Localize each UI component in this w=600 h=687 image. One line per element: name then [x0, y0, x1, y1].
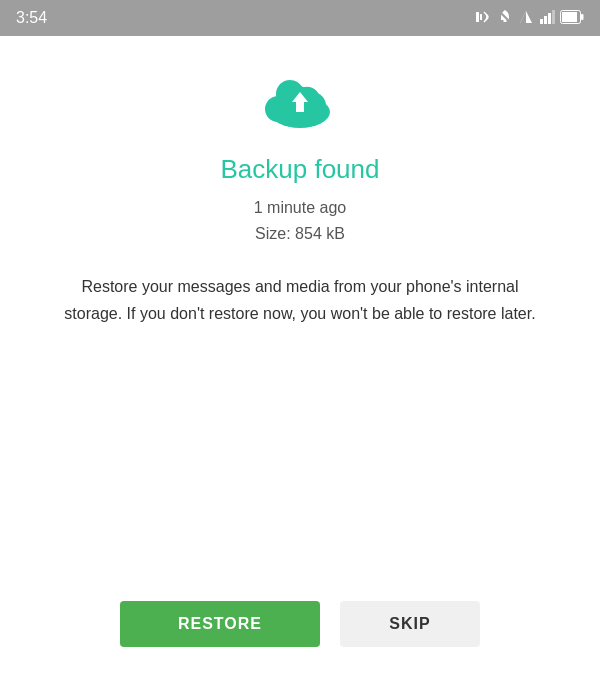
status-time: 3:54: [16, 9, 47, 27]
svg-rect-11: [562, 12, 577, 22]
status-icons: [474, 9, 584, 28]
skip-button[interactable]: SKIP: [340, 601, 480, 647]
buttons-area: RESTORE SKIP: [0, 571, 600, 687]
backup-size: Size: 854 kB: [254, 221, 347, 247]
restore-button[interactable]: RESTORE: [120, 601, 320, 647]
backup-time: 1 minute ago: [254, 195, 347, 221]
svg-rect-9: [552, 10, 555, 24]
main-content: Backup found 1 minute ago Size: 854 kB R…: [0, 36, 600, 571]
svg-rect-2: [504, 20, 507, 22]
status-bar: 3:54: [0, 0, 600, 36]
cloud-icon-wrapper: [260, 76, 340, 136]
svg-rect-6: [540, 19, 543, 24]
svg-rect-12: [581, 14, 584, 20]
svg-rect-7: [544, 16, 547, 24]
svg-rect-1: [480, 14, 482, 20]
svg-rect-8: [548, 13, 551, 24]
nfc-icon: [474, 9, 492, 28]
signal-bars-icon: [539, 9, 555, 28]
signal-icon: [518, 9, 534, 28]
backup-meta: 1 minute ago Size: 854 kB: [254, 195, 347, 246]
bell-muted-icon: [497, 9, 513, 28]
backup-title: Backup found: [220, 154, 379, 185]
backup-description: Restore your messages and media from you…: [60, 274, 540, 327]
svg-rect-0: [476, 12, 479, 22]
cloud-upload-icon: [260, 76, 340, 136]
battery-icon: [560, 10, 584, 27]
